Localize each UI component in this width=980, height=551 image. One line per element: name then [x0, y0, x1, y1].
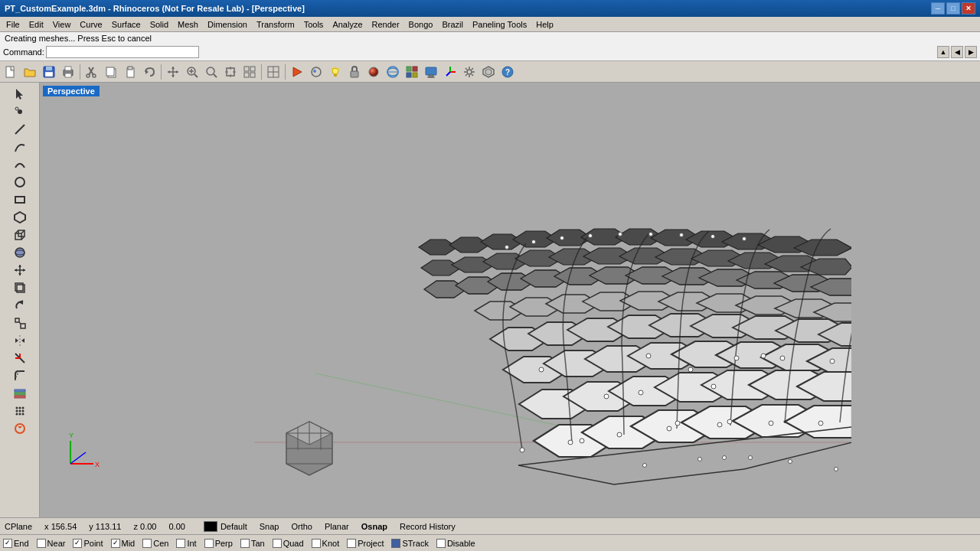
lt-rect-tool[interactable]	[2, 191, 38, 208]
tb-settings-button[interactable]	[460, 63, 479, 81]
command-area: Creating meshes... Press Esc to cancel C…	[0, 32, 980, 61]
tb-environment-button[interactable]	[384, 63, 402, 81]
lt-copy-tool[interactable]	[2, 279, 38, 296]
lt-point-tool[interactable]	[2, 103, 38, 120]
snap-project-checkbox[interactable]	[347, 539, 356, 548]
tb-copy-button[interactable]	[102, 63, 120, 81]
lt-arc-tool[interactable]	[2, 156, 38, 173]
snap-near-checkbox[interactable]	[37, 539, 46, 548]
tb-material-button[interactable]	[364, 63, 383, 81]
minimize-button[interactable]: ─	[931, 2, 945, 15]
planar-label[interactable]: Planar	[325, 522, 349, 531]
menu-file[interactable]: File	[2, 18, 24, 31]
cmd-right-arrow[interactable]: ▶	[965, 46, 977, 58]
lt-curve-tool[interactable]	[2, 139, 38, 155]
lt-sphere-tool[interactable]	[2, 244, 38, 261]
lt-polygon-tool[interactable]	[2, 209, 38, 226]
menu-curve[interactable]: Curve	[75, 18, 106, 31]
menu-transform[interactable]: Transform	[252, 18, 299, 31]
tb-zoom-button[interactable]	[183, 63, 201, 81]
tb-render-button[interactable]	[288, 63, 306, 81]
menu-render[interactable]: Render	[368, 18, 404, 31]
tb-paneling-button[interactable]	[479, 63, 498, 81]
snap-mid-checkbox[interactable]	[111, 539, 120, 548]
command-input[interactable]	[46, 46, 199, 58]
tb-save-button[interactable]	[40, 63, 58, 81]
tb-zoom-extents-button[interactable]	[221, 63, 240, 81]
svg-rect-81	[21, 324, 25, 328]
snap-label[interactable]: Snap	[260, 522, 279, 531]
lt-select-tool[interactable]	[2, 86, 38, 103]
tb-texture-button[interactable]	[403, 63, 421, 81]
tb-viewport-layout-button[interactable]	[264, 63, 283, 81]
tb-zoom-all-button[interactable]	[240, 63, 259, 81]
lt-circle-tool[interactable]	[2, 174, 38, 191]
viewport[interactable]: Perspective	[40, 83, 980, 517]
maximize-button[interactable]: □	[946, 2, 960, 15]
lt-mirror-tool[interactable]	[2, 332, 38, 349]
menu-dimension[interactable]: Dimension	[203, 18, 252, 31]
lt-rotate-tool[interactable]	[2, 297, 38, 314]
svg-marker-59	[485, 69, 492, 75]
tb-light-button[interactable]	[326, 63, 345, 81]
menu-brazil[interactable]: Brazil	[437, 18, 468, 31]
lt-move-tool[interactable]	[2, 262, 38, 279]
cmd-left-arrow[interactable]: ◀	[951, 46, 963, 58]
menu-mesh[interactable]: Mesh	[173, 18, 203, 31]
lt-history-tool[interactable]	[2, 420, 38, 437]
osnap-label[interactable]: Osnap	[361, 522, 387, 531]
lt-grid-snap-tool[interactable]	[2, 403, 38, 419]
snap-quad-checkbox[interactable]	[273, 539, 282, 548]
tb-display-button[interactable]	[422, 63, 440, 81]
tb-help-button[interactable]: ?	[498, 63, 517, 81]
menu-edit[interactable]: Edit	[24, 18, 48, 31]
tb-zoom-window-button[interactable]	[202, 63, 220, 81]
lt-line-tool[interactable]	[2, 121, 38, 138]
menu-solid[interactable]: Solid	[145, 18, 173, 31]
tb-paste-button[interactable]	[121, 63, 139, 81]
cmd-up-arrow[interactable]: ▲	[937, 46, 949, 58]
tb-render-preview-button[interactable]	[307, 63, 325, 81]
snap-int-checkbox[interactable]	[176, 539, 185, 548]
tb-open-button[interactable]	[21, 63, 39, 81]
menu-bongo[interactable]: Bongo	[404, 18, 438, 31]
svg-point-183	[617, 432, 622, 437]
svg-point-192	[619, 233, 622, 236]
lt-scale-tool[interactable]	[2, 315, 38, 331]
svg-point-206	[604, 394, 609, 399]
close-button[interactable]: ✕	[962, 2, 975, 15]
navigation-cube[interactable]	[277, 418, 342, 483]
snap-point-item: Point	[73, 539, 103, 548]
tb-print-button[interactable]	[59, 63, 77, 81]
snap-point-checkbox[interactable]	[73, 539, 82, 548]
menu-surface[interactable]: Surface	[107, 18, 145, 31]
tb-lock-button[interactable]	[345, 63, 364, 81]
tb-gumball-button[interactable]	[441, 63, 459, 81]
menu-help[interactable]: Help	[531, 18, 558, 31]
snap-knot-checkbox[interactable]	[312, 539, 321, 548]
svg-point-188	[505, 246, 509, 249]
snap-end-checkbox[interactable]	[3, 539, 12, 548]
menu-tools[interactable]: Tools	[299, 18, 328, 31]
snap-perp-checkbox[interactable]	[204, 539, 214, 548]
snap-near-item: Near	[37, 539, 66, 548]
lt-layer-tool[interactable]	[2, 385, 38, 402]
tb-new-button[interactable]	[2, 63, 20, 81]
snap-cen-checkbox[interactable]	[142, 539, 152, 548]
snap-tan-checkbox[interactable]	[240, 539, 250, 548]
svg-point-65	[15, 178, 24, 187]
menu-paneling[interactable]: Paneling Tools	[468, 18, 531, 31]
record-history-label[interactable]: Record History	[400, 522, 456, 531]
ortho-label[interactable]: Ortho	[291, 522, 312, 531]
snap-strack-checkbox[interactable]	[391, 539, 400, 548]
snap-disable-checkbox[interactable]	[436, 539, 446, 548]
tb-cut-button[interactable]	[83, 63, 101, 81]
lt-trim-tool[interactable]	[2, 350, 38, 367]
lt-fillet-tool[interactable]	[2, 367, 38, 384]
menu-analyze[interactable]: Analyze	[328, 18, 367, 31]
tb-pan-button[interactable]	[164, 63, 182, 81]
tb-undo-button[interactable]	[140, 63, 158, 81]
svg-point-57	[467, 70, 472, 74]
lt-box-tool[interactable]	[2, 227, 38, 243]
menu-view[interactable]: View	[48, 18, 76, 31]
